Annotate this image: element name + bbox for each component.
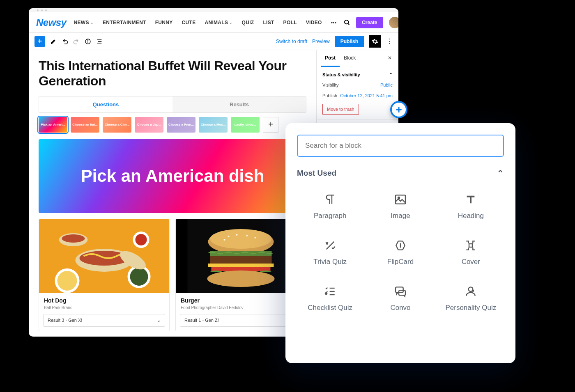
section-status-visibility[interactable]: Status & visibility ⌃ — [322, 72, 393, 78]
nav-animals[interactable]: ANIMALS⌄ — [205, 20, 232, 25]
search-block-input[interactable] — [297, 135, 504, 157]
svg-point-25 — [246, 235, 248, 236]
block-trivia-quiz[interactable]: Trivia Quiz — [297, 232, 363, 273]
nav-list[interactable]: LIST — [263, 20, 274, 25]
undo-icon[interactable] — [62, 38, 68, 45]
block-convo[interactable]: Convo — [367, 277, 433, 319]
nav-links: NEWS⌄ ENTERTAINMENT FUNNY CUTE ANIMALS⌄ … — [74, 20, 337, 25]
question-hero[interactable]: Pick an American dish — [39, 139, 306, 213]
question-thumbs: Pick an Ameri... Choose an Ital... Choos… — [39, 117, 306, 133]
svg-point-16 — [58, 271, 77, 291]
block-heading[interactable]: Heading — [438, 186, 504, 227]
question-thumb-3[interactable]: Choose a Chir... — [103, 117, 131, 133]
move-to-trash-button[interactable]: Move to trash — [322, 104, 359, 115]
question-thumb-4[interactable]: Choose a Jap... — [135, 117, 163, 133]
image-icon — [394, 193, 407, 206]
logo[interactable]: Newsy — [36, 17, 67, 28]
svg-point-4 — [87, 40, 88, 40]
svg-text:*: * — [325, 292, 327, 297]
svg-point-32 — [207, 271, 275, 287]
chevron-down-icon: ⌄ — [229, 21, 232, 25]
chevron-down-icon: ⌄ — [157, 318, 161, 323]
answers-row: Hot Dog Ball Park Brand Result 3 - Gen X… — [39, 219, 306, 331]
tab-results[interactable]: Results — [172, 96, 306, 112]
settings-button[interactable] — [369, 35, 381, 48]
svg-rect-30 — [208, 264, 274, 267]
editor-toolbar: + Switch to draft Preview Publish ⋮ — [29, 33, 398, 50]
block-checklist-quiz[interactable]: * Checklist Quiz — [297, 277, 363, 319]
search-icon[interactable] — [344, 19, 350, 26]
block-inserter-panel: Most Used ⌃ Paragraph Image Heading Triv… — [285, 123, 515, 363]
inserter-section-title: Most Used — [297, 169, 336, 178]
block-paragraph[interactable]: Paragraph — [297, 186, 363, 227]
nav-funny[interactable]: FUNNY — [155, 20, 173, 25]
cover-icon — [464, 239, 477, 252]
editor-tabs: Questions Results — [39, 96, 306, 113]
post-title[interactable]: This International Buffet Will Reveal Yo… — [39, 58, 306, 89]
answer-credit: Ball Park Brand — [39, 305, 169, 314]
block-flipcard[interactable]: FlipCard — [367, 232, 433, 273]
question-thumb-2[interactable]: Choose an Ital... — [71, 117, 99, 133]
answer-card-hotdog[interactable]: Hot Dog Ball Park Brand Result 3 - Gen X… — [39, 219, 170, 331]
svg-line-1 — [348, 23, 349, 25]
nav-news[interactable]: NEWS⌄ — [74, 20, 94, 25]
tab-questions[interactable]: Questions — [39, 96, 172, 112]
svg-point-0 — [345, 20, 348, 24]
switch-draft-link[interactable]: Switch to draft — [276, 39, 307, 44]
user-menu[interactable]: ⌄ — [389, 17, 398, 28]
block-personality-quiz[interactable]: Personality Quiz — [438, 277, 504, 319]
question-thumb-7[interactable]: Lastly, choo... — [231, 117, 260, 133]
redo-icon[interactable] — [73, 38, 80, 45]
svg-rect-42 — [396, 287, 403, 292]
nav-cute[interactable]: CUTE — [182, 20, 196, 25]
svg-point-27 — [224, 239, 225, 241]
convo-icon — [394, 285, 407, 298]
svg-point-23 — [228, 236, 230, 237]
question-hero-text: Pick an American dish — [81, 167, 264, 186]
nav-poll[interactable]: POLL — [283, 20, 297, 25]
question-thumb-1[interactable]: Pick an Ameri... — [39, 117, 67, 133]
paragraph-icon — [324, 193, 337, 206]
preview-link[interactable]: Preview — [312, 39, 330, 44]
question-thumb-6[interactable]: Choose a Mex... — [199, 117, 228, 133]
chevron-down-icon: ⌄ — [90, 21, 94, 25]
sidebar-tab-block[interactable]: Block — [340, 50, 360, 67]
outline-icon[interactable] — [96, 38, 103, 45]
trivia-icon — [324, 239, 337, 252]
svg-rect-33 — [396, 195, 405, 204]
personality-icon — [464, 285, 477, 298]
answer-result-select[interactable]: Result 1 - Gen Z!⌄ — [180, 314, 302, 327]
svg-rect-31 — [212, 267, 271, 271]
more-options-button[interactable]: ⋮ — [386, 37, 393, 45]
edit-icon[interactable] — [50, 38, 57, 45]
window-chrome — [29, 8, 398, 12]
nav-quiz[interactable]: QUIZ — [242, 20, 254, 25]
avatar — [389, 17, 398, 28]
nav-more[interactable]: ••• — [331, 20, 337, 25]
nav-video[interactable]: VIDEO — [306, 20, 322, 25]
heading-icon — [464, 193, 477, 206]
create-button[interactable]: Create — [356, 17, 383, 28]
svg-point-44 — [469, 287, 473, 291]
svg-point-26 — [255, 237, 256, 238]
block-image[interactable]: Image — [367, 186, 433, 227]
question-thumb-5[interactable]: Choose a Fren... — [167, 117, 196, 133]
sidebar-tab-post[interactable]: Post — [321, 50, 340, 67]
block-cover[interactable]: Cover — [438, 232, 504, 273]
answer-title: Hot Dog — [39, 293, 169, 305]
close-sidebar-button[interactable]: ✕ — [385, 50, 394, 67]
visibility-value[interactable]: Public — [380, 83, 393, 87]
block-inserter-fab[interactable]: + — [390, 101, 407, 118]
publish-label: Publish — [322, 93, 337, 98]
publish-value[interactable]: October 12, 2021 5:41 pm — [340, 93, 393, 98]
svg-point-12 — [62, 234, 85, 243]
info-icon[interactable] — [85, 38, 91, 45]
svg-point-34 — [398, 197, 400, 199]
answer-result-select[interactable]: Result 3 - Gen X!⌄ — [43, 314, 165, 327]
add-block-button[interactable]: + — [34, 36, 45, 47]
nav-entertainment[interactable]: ENTERTAINMENT — [103, 20, 146, 25]
svg-point-24 — [236, 234, 238, 236]
add-question-button[interactable]: + — [263, 117, 278, 133]
publish-button[interactable]: Publish — [335, 36, 364, 47]
chevron-up-icon[interactable]: ⌃ — [497, 168, 504, 178]
